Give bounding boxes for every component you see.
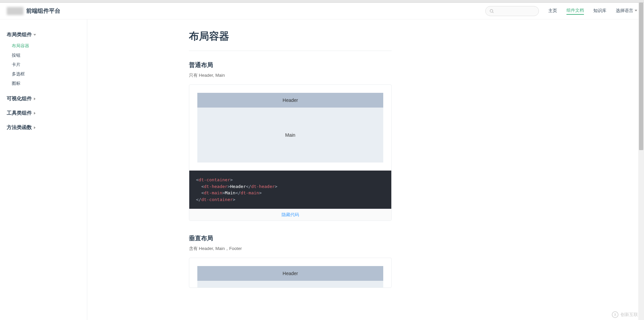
logo-blurred — [7, 7, 23, 15]
demo-header-area: Header — [197, 93, 383, 108]
demo-box: Header — [189, 258, 392, 288]
code-block: <dt-container> <dt-header>Header</dt-hea… — [189, 171, 391, 209]
site-header: 前端组件平台 主页 组件文档 知识库 选择语言 — [0, 3, 644, 19]
demo-header-area: Header — [197, 266, 383, 281]
language-selector[interactable]: 选择语言 — [616, 8, 637, 14]
watermark: X 创新互联 — [612, 311, 638, 318]
main-content: 布局容器 普通布局 只有 Header, Main Header Main <d… — [87, 19, 493, 320]
section-desc: 只有 Header, Main — [189, 72, 392, 78]
section-vertical-layout: 垂直布局 含有 Header, Main，Footer Header — [189, 234, 392, 288]
vertical-scrollbar[interactable] — [638, 3, 644, 320]
sidebar-group-title-viz[interactable]: 可视化组件 — [7, 93, 80, 104]
chevron-down-icon — [34, 34, 36, 36]
header-left: 前端组件平台 — [7, 7, 60, 15]
header-right: 主页 组件文档 知识库 选择语言 — [485, 6, 637, 16]
page-title: 布局容器 — [189, 29, 392, 47]
sidebar-group-viz: 可视化组件 — [0, 91, 87, 106]
sidebar-item-button[interactable]: 按钮 — [12, 51, 80, 60]
section-desc: 含有 Header, Main，Footer — [189, 246, 392, 252]
demo-preview: Header Main — [189, 85, 391, 171]
sidebar-item-icon[interactable]: 图标 — [12, 79, 80, 88]
nav-home[interactable]: 主页 — [548, 8, 557, 14]
sidebar-item-container[interactable]: 布局容器 — [12, 41, 80, 51]
svg-line-1 — [492, 12, 493, 13]
svg-point-0 — [490, 9, 493, 12]
section-normal-layout: 普通布局 只有 Header, Main Header Main <dt-con… — [189, 61, 392, 221]
scrollbar-thumb[interactable] — [639, 3, 643, 150]
chevron-right-icon — [34, 126, 36, 129]
search-icon — [489, 9, 494, 13]
demo-main-area — [197, 281, 383, 287]
chevron-down-icon — [635, 10, 637, 11]
sidebar-item-checkbox[interactable]: 多选框 — [12, 69, 80, 79]
sidebar-group-title-layout[interactable]: 布局类组件 — [7, 29, 80, 40]
section-title: 垂直布局 — [189, 234, 392, 242]
watermark-icon: X — [612, 311, 618, 318]
site-title: 前端组件平台 — [26, 7, 60, 15]
body-wrap: 布局类组件 布局容器 按钮 卡片 多选框 图标 可视化组件 工具类组件 — [0, 19, 644, 320]
watermark-text: 创新互联 — [621, 312, 638, 318]
chevron-right-icon — [34, 112, 36, 115]
toggle-code-button[interactable]: 隐藏代码 — [189, 209, 391, 220]
demo-box: Header Main <dt-container> <dt-header>He… — [189, 84, 392, 221]
sidebar: 布局类组件 布局容器 按钮 卡片 多选框 图标 可视化组件 工具类组件 — [0, 19, 87, 320]
demo-main-area: Main — [197, 108, 383, 163]
browser-chrome-bar — [0, 0, 644, 3]
demo-preview: Header — [189, 258, 391, 287]
nav-knowledge[interactable]: 知识库 — [593, 8, 606, 14]
sidebar-group-layout: 布局类组件 布局容器 按钮 卡片 多选框 图标 — [0, 27, 87, 91]
nav-component-docs[interactable]: 组件文档 — [566, 7, 584, 15]
sidebar-group-title-tools[interactable]: 工具类组件 — [7, 108, 80, 118]
chevron-right-icon — [34, 98, 36, 100]
sidebar-group-methods: 方法类函数 — [0, 120, 87, 135]
section-title: 普通布局 — [189, 61, 392, 69]
sidebar-item-card[interactable]: 卡片 — [12, 60, 80, 69]
title-divider — [189, 51, 392, 51]
sidebar-group-tools: 工具类组件 — [0, 106, 87, 120]
sidebar-sub-layout: 布局容器 按钮 卡片 多选框 图标 — [7, 40, 80, 89]
language-label: 选择语言 — [616, 8, 633, 14]
search-box — [485, 6, 539, 16]
sidebar-group-title-methods[interactable]: 方法类函数 — [7, 122, 80, 133]
